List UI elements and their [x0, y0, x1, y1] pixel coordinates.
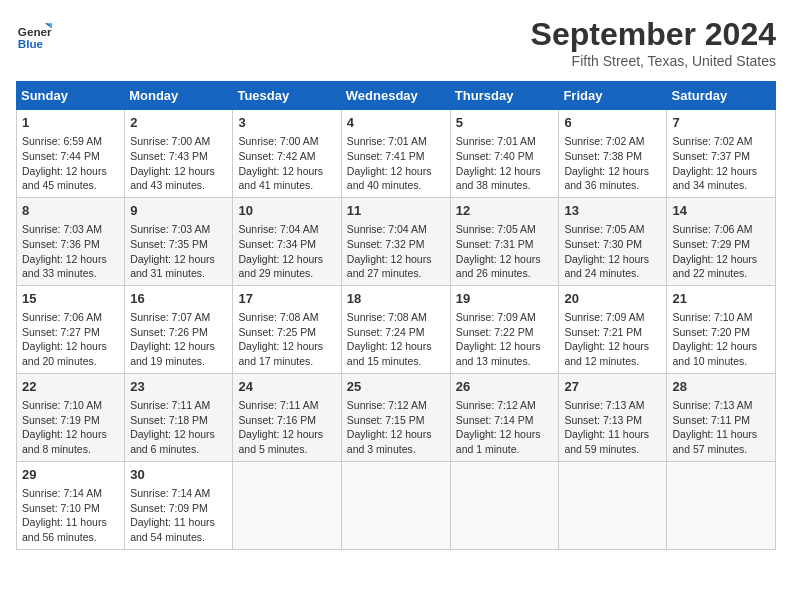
cell-line: Sunrise: 7:02 AM [672, 134, 770, 149]
cell-line: Sunset: 7:43 PM [130, 149, 227, 164]
cell-line: Daylight: 11 hours [672, 427, 770, 442]
page-header: General Blue September 2024 Fifth Street… [16, 16, 776, 69]
cell-line: Daylight: 12 hours [456, 164, 554, 179]
cell-line: Sunrise: 7:09 AM [456, 310, 554, 325]
day-number: 28 [672, 378, 770, 396]
calendar-header-row: SundayMondayTuesdayWednesdayThursdayFrid… [17, 82, 776, 110]
cell-line: Sunrise: 7:06 AM [672, 222, 770, 237]
cell-line: Sunrise: 7:13 AM [564, 398, 661, 413]
calendar-cell: 14Sunrise: 7:06 AMSunset: 7:29 PMDayligh… [667, 197, 776, 285]
day-number: 9 [130, 202, 227, 220]
cell-line: Sunrise: 7:14 AM [22, 486, 119, 501]
cell-line: Sunrise: 7:03 AM [22, 222, 119, 237]
logo-icon: General Blue [16, 16, 52, 52]
cell-line: and 40 minutes. [347, 178, 445, 193]
cell-line: Sunset: 7:34 PM [238, 237, 335, 252]
cell-line: and 34 minutes. [672, 178, 770, 193]
cell-line: and 57 minutes. [672, 442, 770, 457]
cell-line: Sunset: 7:14 PM [456, 413, 554, 428]
calendar-cell: 5Sunrise: 7:01 AMSunset: 7:40 PMDaylight… [450, 110, 559, 198]
calendar-table: SundayMondayTuesdayWednesdayThursdayFrid… [16, 81, 776, 550]
cell-line: and 45 minutes. [22, 178, 119, 193]
calendar-cell: 7Sunrise: 7:02 AMSunset: 7:37 PMDaylight… [667, 110, 776, 198]
cell-line: Sunset: 7:42 AM [238, 149, 335, 164]
cell-line: Daylight: 12 hours [22, 252, 119, 267]
calendar-cell: 21Sunrise: 7:10 AMSunset: 7:20 PMDayligh… [667, 285, 776, 373]
cell-line: and 12 minutes. [564, 354, 661, 369]
calendar-cell: 12Sunrise: 7:05 AMSunset: 7:31 PMDayligh… [450, 197, 559, 285]
cell-line: Sunrise: 7:04 AM [238, 222, 335, 237]
cell-line: Sunrise: 7:11 AM [238, 398, 335, 413]
cell-line: and 41 minutes. [238, 178, 335, 193]
calendar-week-row: 1Sunrise: 6:59 AMSunset: 7:44 PMDaylight… [17, 110, 776, 198]
cell-line: Sunrise: 7:08 AM [238, 310, 335, 325]
cell-line: Sunrise: 7:04 AM [347, 222, 445, 237]
cell-line: and 29 minutes. [238, 266, 335, 281]
day-number: 20 [564, 290, 661, 308]
cell-line: Sunrise: 7:05 AM [564, 222, 661, 237]
cell-line: Daylight: 12 hours [564, 252, 661, 267]
cell-line: Daylight: 12 hours [347, 427, 445, 442]
cell-line: Sunrise: 7:01 AM [347, 134, 445, 149]
cell-line: Daylight: 12 hours [347, 252, 445, 267]
cell-line: and 36 minutes. [564, 178, 661, 193]
cell-line: Sunrise: 7:13 AM [672, 398, 770, 413]
cell-line: Sunset: 7:11 PM [672, 413, 770, 428]
cell-line: Sunset: 7:24 PM [347, 325, 445, 340]
calendar-cell [450, 461, 559, 549]
calendar-cell: 18Sunrise: 7:08 AMSunset: 7:24 PMDayligh… [341, 285, 450, 373]
day-number: 7 [672, 114, 770, 132]
cell-line: and 5 minutes. [238, 442, 335, 457]
cell-line: and 1 minute. [456, 442, 554, 457]
cell-line: Daylight: 12 hours [347, 339, 445, 354]
cell-line: and 10 minutes. [672, 354, 770, 369]
cell-line: Sunset: 7:37 PM [672, 149, 770, 164]
cell-line: Daylight: 12 hours [672, 252, 770, 267]
day-number: 5 [456, 114, 554, 132]
cell-line: Daylight: 12 hours [672, 164, 770, 179]
title-block: September 2024 Fifth Street, Texas, Unit… [531, 16, 776, 69]
day-number: 19 [456, 290, 554, 308]
cell-line: Daylight: 12 hours [238, 252, 335, 267]
cell-line: Sunrise: 7:05 AM [456, 222, 554, 237]
cell-line: Sunset: 7:09 PM [130, 501, 227, 516]
cell-line: Sunset: 7:27 PM [22, 325, 119, 340]
cell-line: and 19 minutes. [130, 354, 227, 369]
day-number: 3 [238, 114, 335, 132]
weekday-header-thursday: Thursday [450, 82, 559, 110]
cell-line: Sunset: 7:18 PM [130, 413, 227, 428]
cell-line: Sunset: 7:38 PM [564, 149, 661, 164]
cell-line: Daylight: 11 hours [130, 515, 227, 530]
calendar-cell: 4Sunrise: 7:01 AMSunset: 7:41 PMDaylight… [341, 110, 450, 198]
cell-line: Sunset: 7:44 PM [22, 149, 119, 164]
cell-line: Sunset: 7:16 PM [238, 413, 335, 428]
cell-line: and 38 minutes. [456, 178, 554, 193]
cell-line: Daylight: 12 hours [130, 164, 227, 179]
cell-line: Sunrise: 7:03 AM [130, 222, 227, 237]
day-number: 22 [22, 378, 119, 396]
calendar-cell: 10Sunrise: 7:04 AMSunset: 7:34 PMDayligh… [233, 197, 341, 285]
calendar-week-row: 15Sunrise: 7:06 AMSunset: 7:27 PMDayligh… [17, 285, 776, 373]
cell-line: and 17 minutes. [238, 354, 335, 369]
day-number: 23 [130, 378, 227, 396]
calendar-cell: 22Sunrise: 7:10 AMSunset: 7:19 PMDayligh… [17, 373, 125, 461]
cell-line: Daylight: 12 hours [456, 339, 554, 354]
calendar-week-row: 29Sunrise: 7:14 AMSunset: 7:10 PMDayligh… [17, 461, 776, 549]
cell-line: and 26 minutes. [456, 266, 554, 281]
calendar-body: 1Sunrise: 6:59 AMSunset: 7:44 PMDaylight… [17, 110, 776, 550]
cell-line: Sunset: 7:19 PM [22, 413, 119, 428]
day-number: 8 [22, 202, 119, 220]
day-number: 4 [347, 114, 445, 132]
cell-line: Sunset: 7:20 PM [672, 325, 770, 340]
calendar-week-row: 22Sunrise: 7:10 AMSunset: 7:19 PMDayligh… [17, 373, 776, 461]
cell-line: Sunset: 7:22 PM [456, 325, 554, 340]
cell-line: Sunset: 7:35 PM [130, 237, 227, 252]
calendar-cell: 23Sunrise: 7:11 AMSunset: 7:18 PMDayligh… [125, 373, 233, 461]
cell-line: and 22 minutes. [672, 266, 770, 281]
cell-line: Sunrise: 7:12 AM [347, 398, 445, 413]
month-year-title: September 2024 [531, 16, 776, 53]
cell-line: Sunset: 7:26 PM [130, 325, 227, 340]
day-number: 16 [130, 290, 227, 308]
calendar-cell: 26Sunrise: 7:12 AMSunset: 7:14 PMDayligh… [450, 373, 559, 461]
logo: General Blue [16, 16, 52, 52]
